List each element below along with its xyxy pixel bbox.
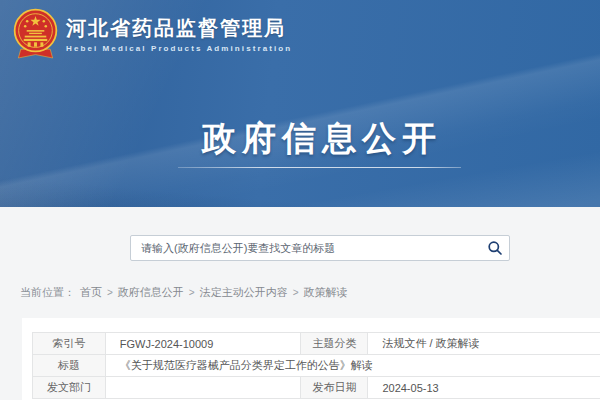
breadcrumb-home[interactable]: 首页 (80, 285, 102, 300)
topic-category-value: 法规文件 / 政策解读 (368, 333, 600, 355)
header-banner: 河北省药品监督管理局 Hebei Medical Products Admini… (0, 0, 600, 207)
topic-category-label: 主题分类 (301, 333, 368, 355)
index-number-label: 索引号 (33, 333, 106, 355)
breadcrumb-statutory-content[interactable]: 法定主动公开内容 (200, 285, 288, 300)
record-table: 索引号 FGWJ-2024-10009 主题分类 法规文件 / 政策解读 标题 … (32, 332, 600, 399)
national-emblem-icon (12, 8, 59, 60)
search-box (130, 235, 510, 261)
issuing-dept-value (105, 377, 301, 399)
publish-date-label: 发布日期 (301, 377, 368, 399)
site-title-en: Hebei Medical Products Administration (66, 44, 292, 53)
breadcrumb-label: 当前位置： (20, 285, 75, 300)
page: 河北省药品监督管理局 Hebei Medical Products Admini… (0, 0, 600, 400)
title-value: 《关于规范医疗器械产品分类界定工作的公告》解读 (105, 355, 600, 377)
breadcrumb-policy-interpretation[interactable]: 政策解读 (304, 285, 348, 300)
search-icon (487, 240, 503, 256)
breadcrumb-separator: > (189, 287, 195, 298)
search-button[interactable] (481, 236, 509, 260)
record-card: 索引号 FGWJ-2024-10009 主题分类 法规文件 / 政策解读 标题 … (22, 318, 600, 400)
issuing-dept-label: 发文部门 (33, 377, 106, 399)
publish-date-value: 2024-05-13 (368, 377, 600, 399)
page-title: 政府信息公开 (22, 116, 600, 162)
site-title: 河北省药品监督管理局 (66, 17, 292, 39)
table-row: 索引号 FGWJ-2024-10009 主题分类 法规文件 / 政策解读 (33, 333, 600, 355)
breadcrumb-separator: > (107, 287, 113, 298)
breadcrumb-separator: > (293, 287, 299, 298)
table-row: 标题 《关于规范医疗器械产品分类界定工作的公告》解读 (33, 355, 600, 377)
site-logo[interactable]: 河北省药品监督管理局 Hebei Medical Products Admini… (12, 8, 292, 60)
table-row: 发文部门 发布日期 2024-05-13 (33, 377, 600, 399)
title-label: 标题 (33, 355, 106, 377)
index-number-value: FGWJ-2024-10009 (105, 333, 301, 355)
breadcrumb-info-disclosure[interactable]: 政府信息公开 (118, 285, 184, 300)
banner-underline (178, 167, 461, 168)
search-input[interactable] (131, 236, 481, 260)
site-title-block: 河北省药品监督管理局 Hebei Medical Products Admini… (66, 8, 292, 53)
breadcrumb: 当前位置： 首页 > 政府信息公开 > 法定主动公开内容 > 政策解读 (20, 285, 348, 300)
